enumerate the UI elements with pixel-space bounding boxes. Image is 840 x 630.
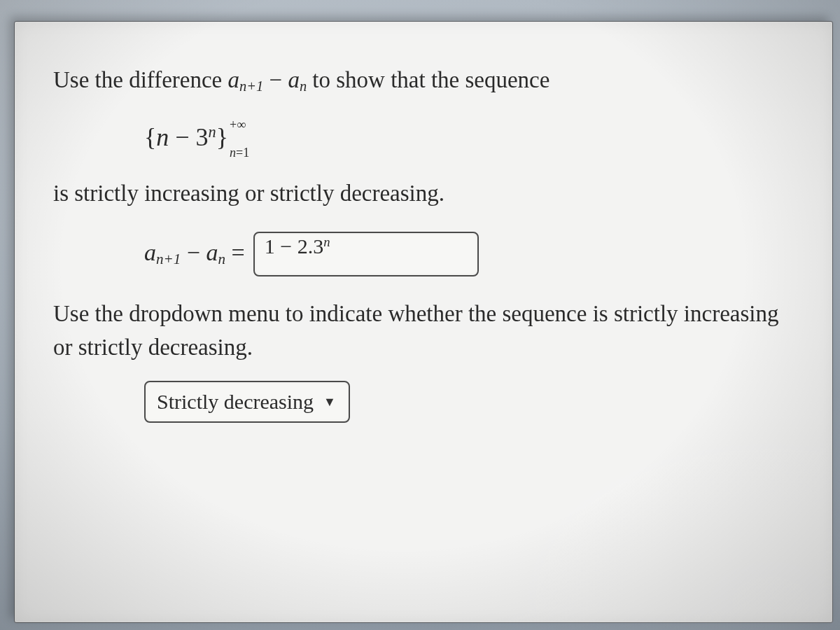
seq-var: n (156, 123, 169, 151)
instruction-line-1: Use the difference an+1 − an to show tha… (53, 64, 794, 97)
limit-upper: +∞ (230, 118, 249, 131)
seq-base: 3 (196, 123, 209, 151)
instruction-line-2: is strictly increasing or strictly decre… (53, 177, 794, 211)
math-a2: a (288, 67, 300, 92)
dropdown-selected-label: Strictly decreasing (157, 390, 314, 414)
answer-value-text: 1 − 2.3 (265, 234, 323, 258)
difference-answer-row: an+1 − an = 1 − 2.3n (144, 232, 794, 276)
math-minus-1: − (263, 67, 288, 92)
math-sub-np1: n+1 (239, 78, 263, 94)
answer-lhs: an+1 − an = (144, 239, 245, 268)
difference-answer-input[interactable]: 1 − 2.3n (253, 232, 479, 276)
seq-minus: − (169, 123, 195, 151)
brace-close: } (216, 123, 228, 151)
text-fragment: to show that the sequence (307, 67, 550, 92)
math-a1: a (228, 67, 240, 92)
chevron-down-icon: ▼ (323, 395, 336, 410)
text-fragment: Use the difference (53, 67, 228, 92)
brace-open: { (144, 123, 156, 151)
seq-exp: n (209, 123, 216, 141)
sequence-limits: +∞ n=1 (230, 118, 249, 159)
answer-value-exp: n (323, 234, 330, 249)
problem-card: Use the difference an+1 − an to show tha… (14, 21, 833, 623)
sequence-definition: {n − 3n} +∞ n=1 (144, 117, 794, 158)
math-sub-n: n (300, 78, 307, 94)
limit-lower: n=1 (230, 146, 249, 159)
monotonicity-dropdown[interactable]: Strictly decreasing ▼ (144, 381, 350, 423)
instruction-line-3: Use the dropdown menu to indicate whethe… (53, 298, 794, 365)
